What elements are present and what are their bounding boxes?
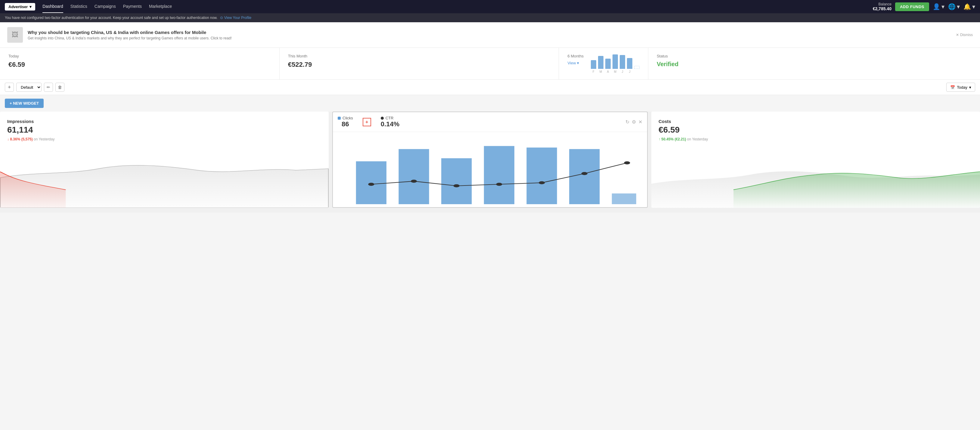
dismiss-button[interactable]: ✕ Dismiss: [956, 33, 973, 37]
impressions-widget: Impressions 61,114 ↓ 8.36% (5,575) on Ye…: [0, 111, 329, 208]
chart-labels: FMAMJJ: [591, 70, 640, 73]
ctr-legend-label: CTR: [385, 116, 394, 120]
view-profile-link[interactable]: ⊙ View Your Profile: [220, 16, 251, 20]
svg-point-9: [453, 184, 460, 187]
promo-text-block: Why you should be targeting China, US & …: [28, 30, 232, 40]
clicks-ctr-widget: Clicks 86 + CTR 0.14% ↻ ⚙ ✕: [332, 111, 648, 208]
impressions-change-suffix: on Yesterday: [34, 137, 54, 141]
user-icon: 👤: [933, 3, 940, 10]
impressions-change: ↓ 8.36% (5,575) on Yesterday: [7, 137, 321, 141]
advertiser-label: Advertiser: [8, 5, 28, 9]
impressions-title: Impressions: [7, 119, 321, 124]
nav-link-statistics[interactable]: Statistics: [70, 0, 87, 13]
chart-label: J: [620, 70, 625, 73]
advertiser-dropdown-button[interactable]: Advertiser ▾: [5, 3, 35, 11]
chart-label: J: [627, 70, 632, 73]
mini-bar-2: [605, 59, 611, 69]
remove-button[interactable]: ✕: [638, 119, 642, 125]
widget-actions: ↻ ⚙ ✕: [625, 119, 642, 125]
add-preset-button[interactable]: +: [5, 83, 14, 92]
status-value: Verified: [657, 61, 972, 68]
impressions-upper: Impressions 61,114 ↓ 8.36% (5,575) on Ye…: [7, 119, 321, 144]
mini-bar-5: [627, 58, 632, 69]
add-funds-button[interactable]: ADD FUNDS: [895, 2, 929, 11]
nav-link-dashboard[interactable]: Dashboard: [43, 0, 63, 13]
settings-button[interactable]: ⚙: [632, 119, 636, 125]
crosshair-area: +: [363, 118, 371, 126]
clicks-ctr-chart: [333, 132, 647, 204]
toolbar-right: 📅 Today ▾: [946, 83, 975, 92]
widget-controls: + Default ✏ 🗑: [5, 83, 64, 92]
today-label: Today: [8, 54, 271, 58]
promo-description: Get insights into China, US & India's ma…: [28, 36, 232, 40]
today-value: €6.59: [8, 61, 271, 68]
clicks-legend-label: Clicks: [342, 116, 353, 120]
nav-right-section: Balance €2,785.40 ADD FUNDS 👤 ▾ 🌐 ▾ 🔔 ▾: [873, 2, 975, 11]
mini-bar-0: [591, 60, 596, 69]
alert-bar: You have not configured two-factor authe…: [0, 13, 980, 22]
nav-link-payments[interactable]: Payments: [123, 0, 142, 13]
date-picker-button[interactable]: 📅 Today ▾: [946, 83, 975, 92]
ctr-legend: CTR: [381, 116, 399, 120]
six-months-meta: 6 Months View ▾: [567, 54, 583, 65]
svg-point-11: [539, 181, 545, 184]
today-stat-card: Today €6.59: [0, 48, 280, 79]
this-month-stat-card: This Month €522.79: [280, 48, 559, 79]
impressions-value: 61,114: [7, 125, 321, 135]
svg-point-13: [624, 161, 630, 164]
delete-preset-button[interactable]: 🗑: [56, 83, 64, 92]
user-account-button[interactable]: 👤 ▾: [933, 3, 945, 10]
chart-label: F: [591, 70, 596, 73]
impressions-change-val: (5,575): [21, 137, 33, 141]
costs-value: €6.59: [659, 125, 973, 135]
chart-label: M: [612, 70, 618, 73]
new-widget-section: + NEW WIDGET: [0, 95, 980, 111]
middle-widget-header: Clicks 86 + CTR 0.14% ↻ ⚙ ✕: [333, 112, 647, 132]
clicks-legend-dot: [338, 117, 341, 120]
add-series-button[interactable]: +: [363, 118, 371, 126]
svg-rect-3: [484, 146, 514, 204]
chevron-down-icon-notif: ▾: [972, 3, 975, 10]
refresh-button[interactable]: ↻: [625, 119, 629, 125]
calendar-icon: 📅: [950, 85, 955, 90]
delete-icon: 🗑: [58, 85, 62, 90]
nav-link-marketplace[interactable]: Marketplace: [149, 0, 172, 13]
x-icon: ✕: [956, 33, 959, 37]
chevron-down-icon-view: ▾: [577, 61, 579, 65]
svg-rect-2: [441, 158, 472, 204]
nav-link-campaigns[interactable]: Campaigns: [94, 0, 116, 13]
preset-dropdown[interactable]: Default: [16, 83, 41, 92]
view-profile-label: View Your Profile: [224, 16, 251, 20]
balance-display: Balance €2,785.40: [873, 2, 891, 11]
balance-amount: €2,785.40: [873, 6, 891, 11]
six-months-view-link[interactable]: View ▾: [567, 61, 583, 65]
svg-point-12: [582, 172, 587, 175]
six-months-stat-card: 6 Months View ▾ FMAMJJ: [559, 48, 648, 79]
notifications-button[interactable]: 🔔 ▾: [963, 3, 975, 10]
edit-icon: ✏: [47, 85, 50, 90]
language-button[interactable]: 🌐 ▾: [948, 3, 960, 10]
clicks-legend: Clicks: [338, 116, 353, 120]
svg-rect-4: [527, 148, 557, 204]
edit-preset-button[interactable]: ✏: [44, 83, 53, 92]
costs-change: ↑ 50.45% (€2.21) on Yesterday: [659, 137, 973, 141]
mini-bar-4: [620, 55, 625, 69]
costs-change-val: (€2.21): [675, 137, 686, 141]
this-month-value: €522.79: [288, 61, 550, 68]
svg-rect-5: [569, 149, 600, 204]
six-months-label: 6 Months: [567, 54, 583, 58]
costs-upper: Costs €6.59 ↑ 50.45% (€2.21) on Yesterda…: [659, 119, 973, 144]
widgets-area: Impressions 61,114 ↓ 8.36% (5,575) on Ye…: [0, 111, 980, 213]
costs-change-suffix: on Yesterday: [687, 137, 708, 141]
clicks-metric: Clicks 86: [338, 116, 353, 128]
dismiss-label: Dismiss: [960, 33, 973, 37]
costs-widget: Costs €6.59 ↑ 50.45% (€2.21) on Yesterda…: [651, 111, 980, 208]
costs-title: Costs: [659, 119, 973, 124]
globe-icon: 🌐: [948, 3, 956, 10]
new-widget-button[interactable]: + NEW WIDGET: [5, 98, 44, 108]
promo-image: 🖼: [7, 27, 23, 43]
dashboard-toolbar: + Default ✏ 🗑 📅 Today ▾: [0, 80, 980, 95]
svg-point-8: [411, 180, 417, 183]
balance-label: Balance: [873, 2, 891, 6]
chart-label: A: [605, 70, 611, 73]
